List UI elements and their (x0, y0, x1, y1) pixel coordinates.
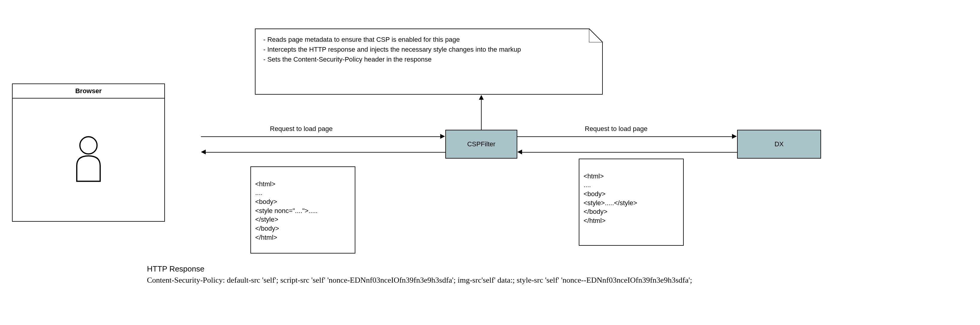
dx-box: DX (737, 130, 821, 158)
arrow-filter-to-browser (206, 152, 445, 152)
code-line: </body> (255, 225, 279, 232)
code-line: <html> (255, 180, 275, 188)
code-line: <html> (584, 173, 604, 180)
code-line: </style> (255, 216, 278, 223)
csp-filter-note: - Reads page metadata to ensure that CSP… (255, 29, 603, 94)
request-label-right: Request to load page (585, 125, 648, 133)
code-line: <body> (255, 198, 277, 205)
code-line: .... (584, 181, 591, 189)
arrow-head-icon (479, 95, 484, 100)
csp-filter-label: CSPFilter (467, 140, 495, 148)
dx-label: DX (775, 140, 784, 148)
request-label-left: Request to load page (270, 125, 332, 133)
arrow-head-icon (517, 150, 522, 154)
left-html-snippet: <html> .... <body> <style nonc="....">..… (250, 167, 355, 253)
browser-title: Browser (75, 87, 102, 95)
arrow-browser-to-filter (201, 136, 441, 137)
code-line: <body> (584, 190, 605, 198)
code-line: <style>.....</style> (584, 199, 637, 207)
arrow-head-icon (732, 134, 737, 139)
note-line-3: - Sets the Content-Security-Policy heade… (263, 54, 594, 64)
arrow-dx-to-filter (522, 152, 737, 152)
arrow-filter-to-dx (517, 136, 733, 137)
note-fold-icon (589, 29, 603, 42)
csp-header-value: Content-Security-Policy: default-src 'se… (147, 276, 692, 285)
csp-filter-box: CSPFilter (445, 130, 517, 158)
code-line: </html> (584, 217, 605, 224)
code-line: <style nonc="....">..... (255, 207, 318, 215)
arrow-head-icon (440, 134, 445, 139)
right-html-snippet: <html> .... <body> <style>.....</style> … (579, 158, 684, 246)
code-line: .... (255, 189, 262, 197)
note-line-1: - Reads page metadata to ensure that CSP… (263, 35, 594, 45)
arrow-head-icon (201, 150, 206, 154)
arrow-filter-to-note (481, 99, 482, 130)
code-line: </html> (255, 234, 277, 241)
note-line-2: - Intercepts the HTTP response and injec… (263, 45, 594, 54)
browser-window: Browser (12, 83, 165, 222)
code-line: </body> (584, 208, 608, 215)
http-response-label: HTTP Response (147, 264, 205, 274)
user-icon (69, 134, 108, 185)
svg-point-0 (80, 137, 97, 154)
